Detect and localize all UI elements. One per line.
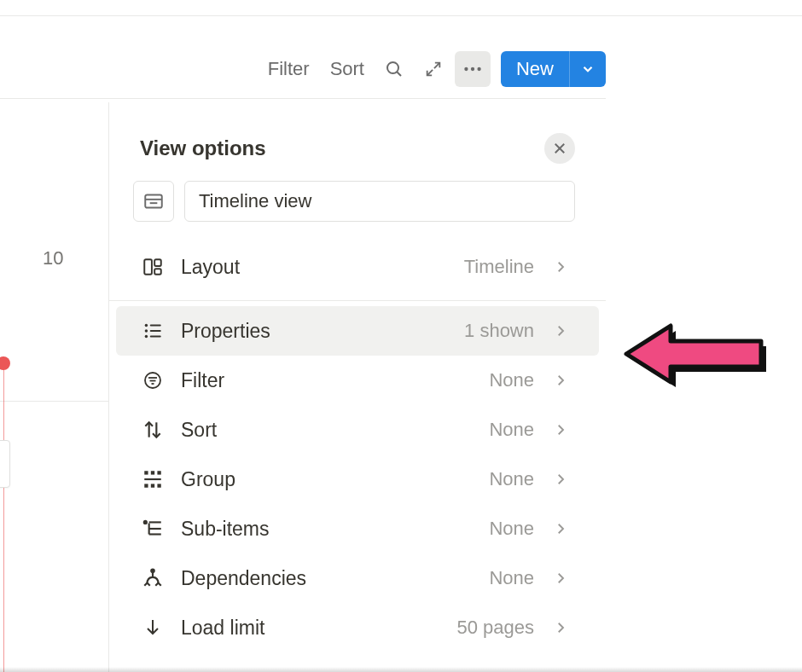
expand-button[interactable] — [416, 51, 451, 87]
svg-rect-24 — [151, 471, 154, 474]
option-value: None — [489, 567, 534, 589]
option-label: Group — [181, 468, 474, 491]
bottom-shadow — [0, 667, 802, 672]
section-divider — [109, 300, 606, 301]
option-subitems[interactable]: Sub-items None — [116, 504, 599, 553]
svg-rect-27 — [144, 484, 148, 487]
chevron-right-icon — [553, 521, 568, 536]
chevron-down-icon — [580, 61, 596, 77]
svg-rect-28 — [151, 484, 154, 487]
svg-marker-37 — [631, 331, 766, 387]
option-loadlimit[interactable]: Load limit 50 pages — [116, 603, 599, 652]
option-label: Layout — [181, 256, 449, 279]
timeline-card[interactable] — [0, 440, 10, 488]
view-name-row — [109, 181, 606, 242]
option-group[interactable]: Group None — [116, 455, 599, 504]
svg-line-1 — [397, 72, 401, 76]
svg-point-13 — [145, 324, 148, 327]
svg-point-35 — [151, 570, 154, 572]
option-value: None — [489, 369, 534, 391]
svg-marker-38 — [626, 326, 761, 382]
option-label: Dependencies — [181, 567, 474, 590]
panel-title: View options — [140, 136, 266, 160]
panel-header: View options — [109, 102, 606, 181]
chevron-right-icon — [553, 571, 568, 586]
svg-rect-7 — [145, 194, 162, 207]
option-properties[interactable]: Properties 1 shown — [116, 306, 599, 356]
option-label: Sort — [181, 419, 474, 442]
option-label: Properties — [181, 320, 449, 343]
svg-rect-14 — [150, 324, 161, 326]
option-layout[interactable]: Layout Timeline — [116, 242, 599, 292]
timeline-row-border — [0, 401, 108, 402]
svg-point-4 — [477, 67, 480, 71]
filter-button[interactable]: Filter — [259, 53, 318, 85]
svg-rect-18 — [150, 335, 161, 337]
svg-rect-11 — [154, 259, 161, 266]
svg-rect-23 — [144, 471, 148, 474]
option-value: None — [489, 419, 534, 441]
option-value: 1 shown — [464, 320, 534, 342]
svg-rect-10 — [144, 259, 152, 274]
chevron-right-icon — [553, 620, 568, 635]
view-name-input[interactable] — [184, 181, 575, 222]
timeline-view-icon — [142, 190, 165, 212]
search-button[interactable] — [376, 51, 412, 87]
option-value: Timeline — [464, 256, 534, 278]
annotation-arrow — [618, 316, 771, 392]
option-value: 50 pages — [456, 617, 534, 639]
timeline-background: 10 — [0, 102, 109, 672]
toolbar-bottom-border — [0, 98, 606, 99]
chevron-right-icon — [553, 373, 568, 388]
svg-point-30 — [144, 521, 147, 524]
option-label: Sub-items — [181, 518, 474, 541]
properties-icon — [140, 318, 166, 344]
svg-rect-25 — [157, 471, 160, 474]
timeline-date-label: 10 — [43, 247, 63, 269]
toolbar-top-border — [0, 15, 802, 16]
search-icon — [384, 59, 404, 79]
sort-button[interactable]: Sort — [322, 53, 373, 85]
option-label: Load limit — [181, 617, 441, 640]
new-button-group: New — [501, 51, 606, 87]
svg-point-15 — [145, 329, 148, 332]
new-button-dropdown[interactable] — [569, 51, 606, 87]
option-dependencies[interactable]: Dependencies None — [116, 553, 599, 603]
loadlimit-icon — [140, 615, 166, 640]
option-sort[interactable]: Sort None — [116, 405, 599, 455]
group-icon — [140, 466, 166, 492]
filter-icon — [140, 368, 166, 393]
view-icon-button[interactable] — [133, 181, 174, 222]
new-button[interactable]: New — [501, 51, 569, 87]
svg-point-0 — [387, 62, 398, 73]
expand-icon — [424, 60, 443, 78]
svg-point-2 — [464, 67, 468, 71]
toolbar: Filter Sort New — [259, 51, 606, 87]
dependencies-icon — [140, 565, 166, 591]
view-options-panel: View options Layout Timeline Proper — [109, 102, 606, 672]
svg-rect-16 — [150, 330, 161, 332]
layout-icon — [140, 254, 166, 280]
chevron-right-icon — [553, 259, 568, 275]
close-icon — [552, 141, 567, 156]
option-filter[interactable]: Filter None — [116, 356, 599, 405]
more-button[interactable] — [455, 51, 491, 87]
option-value: None — [489, 518, 534, 540]
sort-icon — [140, 417, 166, 443]
svg-point-17 — [145, 335, 148, 338]
option-label: Filter — [181, 369, 474, 392]
chevron-right-icon — [553, 422, 568, 437]
more-icon — [462, 58, 484, 80]
option-value: None — [489, 468, 534, 490]
today-line — [3, 356, 4, 672]
svg-rect-29 — [157, 484, 160, 487]
chevron-right-icon — [553, 323, 568, 339]
close-button[interactable] — [544, 133, 575, 164]
svg-rect-26 — [144, 478, 161, 480]
chevron-right-icon — [553, 472, 568, 487]
subitems-icon — [140, 516, 166, 542]
today-marker — [0, 356, 10, 370]
svg-rect-12 — [154, 269, 161, 275]
svg-point-3 — [471, 67, 474, 71]
